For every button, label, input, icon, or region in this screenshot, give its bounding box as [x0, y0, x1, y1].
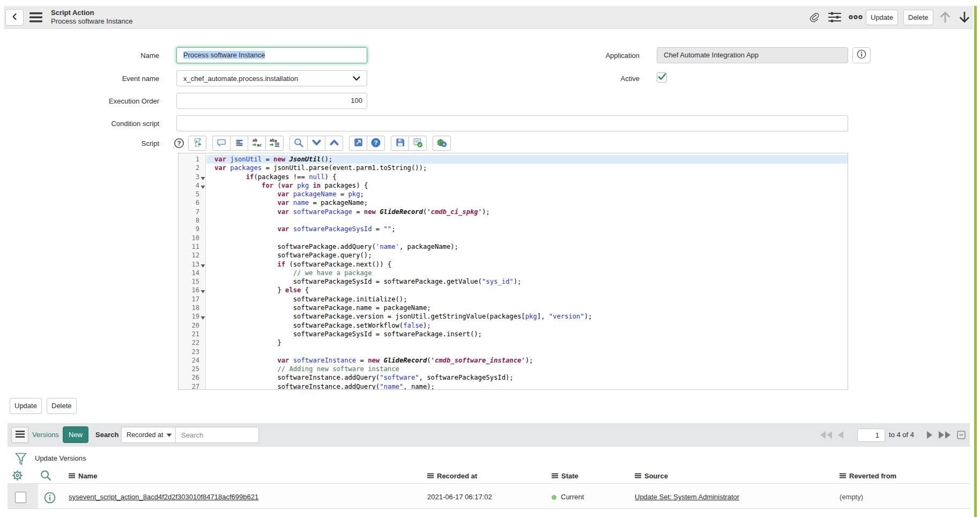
line-number: 22 [179, 338, 206, 347]
code-line[interactable]: 12 softwarePackage.query(); [179, 251, 848, 260]
save-check-button[interactable] [409, 136, 427, 151]
code-line[interactable]: 5 var packageName = pkg; [179, 190, 848, 198]
line-number: 5 [179, 190, 206, 198]
search-button[interactable] [289, 136, 308, 151]
format-code-button[interactable] [230, 136, 248, 151]
code-line[interactable]: 2var packages = jsonUtil.parse(event.par… [179, 164, 848, 172]
column-header-reverted-from[interactable]: Reverted from [840, 472, 896, 480]
code-line[interactable]: 7 var softwarePackage = new GlideRecord(… [179, 208, 848, 216]
code-line[interactable]: 21 softwarePackageSysId = softwarePackag… [179, 330, 848, 338]
form-update-button[interactable]: Update [10, 398, 42, 414]
row-source-link[interactable]: Update Set: System Administrator [635, 493, 739, 501]
code-line[interactable]: 27 softwareInstance.addQuery("name", nam… [179, 382, 848, 390]
comment-button[interactable] [212, 136, 231, 151]
paperclip-icon[interactable] [808, 11, 821, 23]
code-line[interactable]: 19 softwarePackage.version = jsonUtil.ge… [179, 312, 848, 321]
code-line[interactable]: 25 // Adding new software instance [179, 365, 848, 373]
row-checkbox[interactable] [15, 492, 26, 503]
code-line[interactable]: 24 var softwareInstance = new GlideRecor… [179, 356, 848, 365]
form-delete-button[interactable]: Delete [47, 398, 77, 414]
debug-button[interactable] [433, 136, 451, 151]
versions-list-title[interactable]: Versions [32, 431, 59, 439]
code-line[interactable]: 6 var name = packageName; [179, 198, 848, 207]
filter-funnel-icon[interactable] [15, 453, 27, 468]
previous-page-icon[interactable] [834, 428, 848, 442]
line-number: 27 [179, 382, 206, 390]
code-line[interactable]: 10 [179, 234, 848, 242]
next-record-icon[interactable] [959, 11, 970, 24]
row-name-link[interactable]: sysevent_script_action_8acd4f2d2f303010f… [69, 493, 258, 501]
code-line[interactable]: 11 softwarePackage.addQuery('name', pack… [179, 242, 848, 251]
page-number-input[interactable] [857, 429, 885, 442]
event-name-select[interactable]: x_chef_automate.process.installation [176, 70, 367, 86]
column-header-name[interactable]: Name [69, 472, 97, 480]
list-search-input[interactable] [175, 427, 259, 443]
code-line[interactable]: 15 softwarePackageSysId = softwarePackag… [179, 277, 848, 286]
column-header-recorded-at[interactable]: Recorded at [427, 472, 477, 480]
fold-marker-icon[interactable] [201, 174, 205, 179]
active-checkbox[interactable] [657, 72, 667, 83]
list-context-menu-button[interactable] [11, 427, 28, 443]
comment-icon [217, 138, 226, 149]
first-page-icon[interactable] [819, 428, 833, 442]
find-next-button[interactable] [307, 136, 325, 151]
code-line[interactable]: 23 [179, 348, 848, 356]
editor-help-button[interactable]: ? [367, 136, 385, 151]
form-context-menu-icon[interactable] [29, 12, 42, 23]
line-number: 1 [179, 155, 206, 164]
new-button[interactable]: New [63, 426, 88, 443]
application-info-button[interactable] [852, 47, 871, 63]
collapse-list-icon[interactable] [954, 428, 968, 442]
code-line[interactable]: 14 // we have a package [179, 269, 848, 277]
code-line[interactable]: 20 softwarePackage.setWorkflow(false); [179, 321, 848, 330]
next-page-icon[interactable] [922, 428, 936, 442]
replace-icon: abac [252, 138, 262, 149]
previous-record-icon[interactable] [939, 11, 951, 24]
syntax-check-button[interactable] [188, 136, 206, 151]
condition-script-input[interactable] [176, 115, 848, 131]
replace-button[interactable]: abac [248, 136, 266, 151]
save-button[interactable] [391, 136, 409, 151]
code-line[interactable]: 16 } else { [179, 286, 848, 294]
code-line[interactable]: 18 softwarePackage.name = packageName; [179, 304, 848, 312]
search-icon [294, 138, 303, 149]
search-field-select[interactable]: Recorded at [121, 427, 176, 443]
code-line[interactable]: 13 if (softwarePackage.next()) { [179, 260, 848, 269]
column-header-source[interactable]: Source [635, 472, 668, 480]
find-previous-button[interactable] [325, 136, 343, 151]
execution-order-input[interactable]: 100 [176, 93, 367, 109]
header-delete-button[interactable]: Delete [903, 10, 933, 25]
back-button[interactable] [5, 9, 24, 26]
code-line[interactable]: 9 var softwarePackageSysId = ""; [179, 225, 848, 233]
header-update-button[interactable]: Update [866, 10, 898, 25]
list-search-icon[interactable] [40, 470, 51, 483]
code-line[interactable]: 22 } [179, 338, 848, 347]
svg-text:ac: ac [257, 143, 262, 147]
fold-marker-icon[interactable] [201, 287, 205, 292]
replace-all-button[interactable]: aba [265, 136, 284, 151]
column-menu-icon [427, 472, 434, 480]
line-number: 7 [179, 208, 206, 216]
fold-marker-icon[interactable] [201, 314, 205, 319]
script-help-icon[interactable]: ? [174, 138, 184, 149]
script-code-editor[interactable]: 1var jsonUtil = new JsonUtil();2var pack… [178, 153, 848, 390]
code-line[interactable]: 3 if(packages !== null) { [179, 173, 848, 181]
fold-marker-icon[interactable] [201, 262, 205, 267]
code-line[interactable]: 17 softwarePackage.initialize(); [179, 295, 848, 304]
fold-marker-icon[interactable] [201, 183, 205, 188]
editor-help-icon: ? [371, 138, 381, 149]
name-input[interactable]: Process software Instance [176, 47, 367, 63]
column-header-state[interactable]: State [552, 472, 578, 480]
open-window-button[interactable] [349, 136, 367, 151]
code-line[interactable]: 4 for (var pkg in packages) { [179, 181, 848, 190]
row-info-icon[interactable] [44, 492, 56, 506]
versions-list-header: Versions New Search Recorded at to 4 of … [8, 423, 970, 447]
code-line[interactable]: 8 [179, 216, 848, 225]
more-options-icon[interactable] [849, 15, 863, 19]
list-personalize-gear-icon[interactable] [12, 470, 23, 483]
personalize-form-icon[interactable] [828, 11, 841, 23]
code-line[interactable]: 26 softwareInstance.addQuery("software",… [179, 373, 848, 382]
code-line[interactable]: 1var jsonUtil = new JsonUtil(); [179, 155, 848, 164]
last-page-icon[interactable] [938, 428, 952, 442]
list-breadcrumb[interactable]: Update Versions [35, 454, 86, 462]
